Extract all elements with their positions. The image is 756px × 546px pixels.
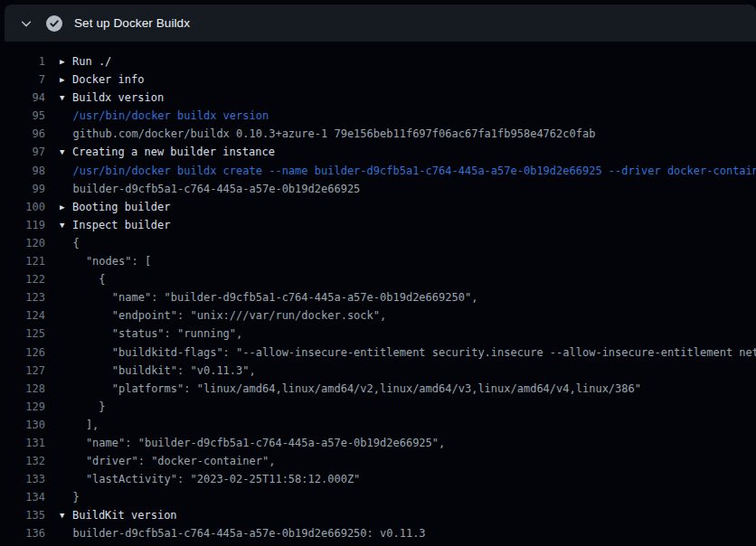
group-expanded-triangle-icon[interactable]: ▼ — [60, 506, 72, 524]
log-line: 122 { — [0, 270, 756, 288]
log-line: 121 "nodes": [ — [0, 252, 756, 270]
log-line: 96 github.com/docker/buildx 0.10.3+azure… — [0, 125, 756, 143]
log-line: 134 } — [0, 488, 756, 506]
log-text: "buildkit": "v0.11.3", — [60, 362, 256, 380]
line-number-link[interactable]: 95 — [0, 107, 45, 125]
line-number-link[interactable]: 99 — [0, 180, 45, 198]
group-collapsed-triangle-icon[interactable]: ▶ — [60, 198, 72, 216]
line-number-link[interactable]: 131 — [0, 434, 45, 452]
line-number-link[interactable]: 119 — [0, 216, 45, 234]
line-number-link[interactable]: 126 — [0, 344, 45, 362]
line-gutter-gap — [45, 143, 60, 161]
group-collapsed-triangle-icon[interactable]: ▶ — [60, 71, 72, 89]
line-gutter-gap — [45, 325, 60, 343]
log-line[interactable]: 100 ▶Booting builder — [0, 198, 756, 216]
log-text: ▼BuildKit version — [60, 506, 177, 524]
line-gutter-gap — [45, 71, 60, 89]
log-text: /usr/bin/docker buildx version — [60, 107, 269, 125]
line-gutter-gap — [45, 234, 60, 252]
line-number-link[interactable]: 132 — [0, 452, 45, 470]
log-line[interactable]: 97 ▼Creating a new builder instance — [0, 143, 756, 161]
log-text: ▼Creating a new builder instance — [60, 143, 275, 161]
line-gutter-gap — [45, 288, 60, 306]
log-line: 133 "lastActivity": "2023-02-25T11:58:12… — [0, 470, 756, 488]
line-number-link[interactable]: 1 — [0, 52, 45, 71]
group-collapsed-triangle-icon[interactable]: ▶ — [60, 52, 72, 71]
line-gutter-gap — [45, 506, 60, 524]
line-number-link[interactable]: 98 — [0, 162, 45, 180]
line-gutter-gap — [45, 470, 60, 488]
group-expanded-triangle-icon[interactable]: ▼ — [60, 143, 72, 161]
log-text: "buildkitd-flags": "--allow-insecure-ent… — [60, 344, 756, 362]
log-line[interactable]: 1 ▶Run ./ — [0, 52, 756, 71]
check-circle-icon — [46, 15, 62, 32]
log-line: 132 "driver": "docker-container", — [0, 452, 756, 470]
line-gutter-gap — [45, 362, 60, 380]
log-text: "nodes": [ — [60, 252, 151, 270]
line-number-link[interactable]: 124 — [0, 306, 45, 325]
log-line: 136 builder-d9cfb5a1-c764-445a-a57e-0b19… — [0, 524, 756, 542]
line-gutter-gap — [45, 252, 60, 270]
line-number-link[interactable]: 96 — [0, 125, 45, 143]
log-viewer: 1 ▶Run ./ 7 ▶Docker info 94 ▼Buildx vers… — [0, 42, 756, 543]
group-expanded-triangle-icon[interactable]: ▼ — [60, 216, 72, 234]
line-number-link[interactable]: 120 — [0, 234, 45, 252]
log-text: "name": "builder-d9cfb5a1-c764-445a-a57e… — [60, 288, 477, 306]
log-text: ▼Inspect builder — [60, 216, 170, 234]
line-gutter-gap — [45, 416, 60, 434]
log-line: 124 "endpoint": "unix:///var/run/docker.… — [0, 306, 756, 325]
log-text: "status": "running", — [60, 325, 242, 343]
line-number-link[interactable]: 123 — [0, 288, 45, 306]
step-header[interactable]: Set up Docker Buildx — [5, 5, 756, 42]
line-gutter-gap — [45, 180, 60, 198]
log-line: 131 "name": "builder-d9cfb5a1-c764-445a-… — [0, 434, 756, 452]
log-text: { — [60, 270, 106, 288]
chevron-down-icon[interactable] — [19, 16, 33, 31]
line-number-link[interactable]: 136 — [0, 524, 45, 542]
log-line[interactable]: 7 ▶Docker info — [0, 71, 756, 89]
log-text: builder-d9cfb5a1-c764-445a-a57e-0b19d2e6… — [60, 524, 426, 542]
line-number-link[interactable]: 122 — [0, 270, 45, 288]
line-number-link[interactable]: 94 — [0, 89, 45, 107]
log-line[interactable]: 119 ▼Inspect builder — [0, 216, 756, 234]
line-gutter-gap — [45, 398, 60, 416]
line-number-link[interactable]: 128 — [0, 380, 45, 398]
log-line: 128 "platforms": "linux/amd64,linux/amd6… — [0, 380, 756, 398]
line-number-link[interactable]: 7 — [0, 71, 45, 89]
log-text: "lastActivity": "2023-02-25T11:58:12.000… — [60, 470, 360, 488]
log-line[interactable]: 135 ▼BuildKit version — [0, 506, 756, 524]
line-number-link[interactable]: 130 — [0, 416, 45, 434]
line-number-link[interactable]: 125 — [0, 325, 45, 343]
log-text: github.com/docker/buildx 0.10.3+azure-1 … — [60, 125, 595, 143]
line-number-link[interactable]: 100 — [0, 198, 45, 216]
log-text: ], — [60, 416, 99, 434]
line-gutter-gap — [45, 524, 60, 542]
line-number-link[interactable]: 121 — [0, 252, 45, 270]
log-line: 126 "buildkitd-flags": "--allow-insecure… — [0, 344, 756, 362]
log-text: ▶Booting builder — [60, 198, 170, 216]
line-gutter-gap — [45, 107, 60, 125]
log-text: ▶Docker info — [60, 71, 144, 89]
log-text: builder-d9cfb5a1-c764-445a-a57e-0b19d2e6… — [60, 180, 360, 198]
line-number-link[interactable]: 135 — [0, 506, 45, 524]
log-line: 120 { — [0, 234, 756, 252]
line-number-link[interactable]: 129 — [0, 398, 45, 416]
line-number-link[interactable]: 133 — [0, 470, 45, 488]
log-line[interactable]: 94 ▼Buildx version — [0, 89, 756, 107]
log-line: 98 /usr/bin/docker buildx create --name … — [0, 162, 756, 180]
log-text: "name": "builder-d9cfb5a1-c764-445a-a57e… — [60, 434, 445, 452]
log-text: "driver": "docker-container", — [60, 452, 275, 470]
log-line: 127 "buildkit": "v0.11.3", — [0, 362, 756, 380]
line-gutter-gap — [45, 52, 60, 71]
log-line: 125 "status": "running", — [0, 325, 756, 343]
line-gutter-gap — [45, 488, 60, 506]
log-text: "endpoint": "unix:///var/run/docker.sock… — [60, 306, 386, 325]
line-gutter-gap — [45, 306, 60, 325]
group-expanded-triangle-icon[interactable]: ▼ — [60, 89, 72, 107]
line-number-link[interactable]: 97 — [0, 143, 45, 161]
line-number-link[interactable]: 127 — [0, 362, 45, 380]
log-text: } — [60, 488, 80, 506]
step-title: Set up Docker Buildx — [74, 16, 190, 30]
line-number-link[interactable]: 134 — [0, 488, 45, 506]
log-text: { — [60, 234, 80, 252]
